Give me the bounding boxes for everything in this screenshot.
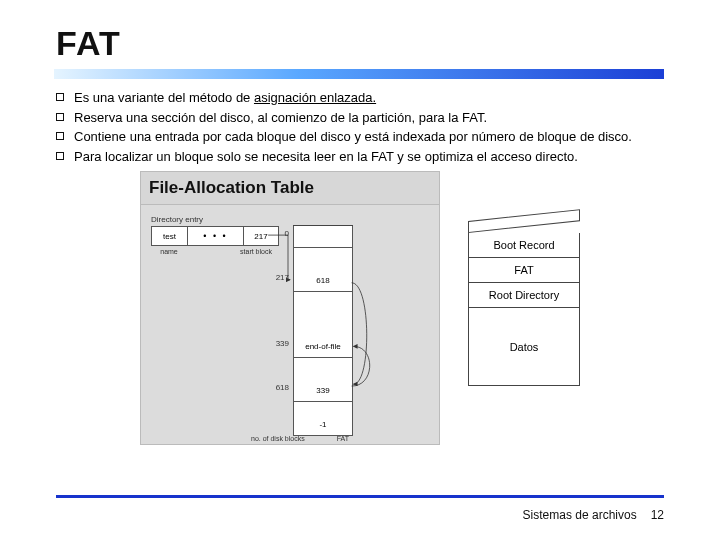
- fat-diagram: File-Allocation Table Directory entry te…: [140, 171, 440, 445]
- fat-cell-last: -1: [293, 414, 353, 436]
- dir-dots: • • •: [188, 227, 244, 245]
- bullet-text: Para localizar un bloque solo se necesit…: [74, 148, 578, 166]
- fat-index-217: 217: [265, 273, 289, 282]
- fat-cell: [293, 226, 353, 248]
- bullet-text: Reserva una sección del disco, al comien…: [74, 109, 487, 127]
- bullet-item: Contiene una entrada por cada bloque del…: [56, 128, 664, 146]
- fat-column: 0 217 339 618 618 end-of-file 339 -1: [293, 225, 353, 436]
- fat-index-339: 339: [265, 339, 289, 348]
- bullet-text: Contiene una entrada por cada bloque del…: [74, 128, 632, 146]
- bullet-item: Reserva una sección del disco, al comien…: [56, 109, 664, 127]
- footer-block-count: no. of disk blocks: [251, 435, 305, 442]
- stack-boot: Boot Record: [468, 233, 580, 258]
- footer-fat-label: FAT: [337, 435, 349, 442]
- footer-label: Sistemas de archivos: [523, 508, 637, 522]
- bullet-item: Es una variante del método de asignación…: [56, 89, 664, 107]
- bullet-icon: [56, 113, 64, 121]
- stack-fat: FAT: [468, 258, 580, 283]
- directory-entry-label: Directory entry: [151, 215, 429, 224]
- fat-cell-339: end-of-file: [293, 336, 353, 358]
- bullet-text: Es una variante del método de: [74, 90, 254, 105]
- bullet-underline: asignación enlazada.: [254, 90, 376, 105]
- stack-3d-top: [468, 221, 580, 233]
- sublabel-name: name: [151, 248, 187, 255]
- fat-cell-217: 618: [293, 270, 353, 292]
- bullet-icon: [56, 93, 64, 101]
- stack-root: Root Directory: [468, 283, 580, 308]
- sublabel-start: start block: [233, 248, 279, 255]
- title-underline: [54, 69, 664, 79]
- fat-index-0: 0: [265, 229, 289, 238]
- dir-name: test: [152, 227, 188, 245]
- bullet-item: Para localizar un bloque solo se necesit…: [56, 148, 664, 166]
- diagram-title: File-Allocation Table: [140, 171, 440, 205]
- footer-rule: [56, 495, 664, 498]
- disk-layout-stack: Boot Record FAT Root Directory Datos: [468, 221, 580, 386]
- footer-page: 12: [651, 508, 664, 522]
- fat-index-618: 618: [265, 383, 289, 392]
- directory-entry: test • • • 217: [151, 226, 279, 246]
- slide-footer: Sistemas de archivos 12: [523, 508, 664, 522]
- bullet-icon: [56, 152, 64, 160]
- bullet-list: Es una variante del método de asignación…: [56, 89, 664, 165]
- bullet-icon: [56, 132, 64, 140]
- slide-title: FAT: [56, 24, 664, 63]
- fat-cell-618: 339: [293, 380, 353, 402]
- stack-datos: Datos: [468, 308, 580, 386]
